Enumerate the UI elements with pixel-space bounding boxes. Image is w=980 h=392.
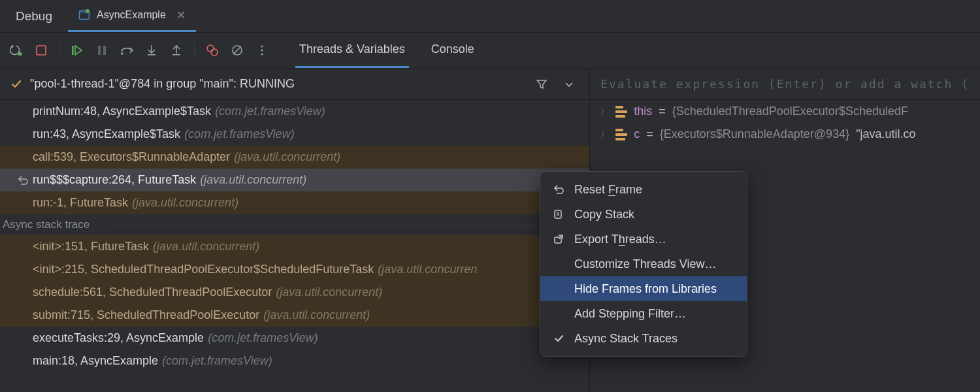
frame-package: (java.util.concurrent) — [200, 173, 306, 187]
svg-line-14 — [233, 46, 241, 54]
svg-rect-4 — [37, 46, 46, 55]
ctx-label: Add Stepping Filter… — [574, 307, 686, 321]
stack-frame[interactable]: <init>:151, FutureTask(java.util.concurr… — [0, 235, 589, 258]
frame-package: (com.jet.framesView) — [184, 127, 295, 141]
ctx-reset-frame[interactable]: Reset Frame — [540, 177, 747, 202]
stack-frame[interactable]: call:539, Executors$RunnableAdapter(java… — [0, 146, 589, 169]
async-section-label: Async stack trace — [0, 214, 589, 235]
svg-rect-7 — [103, 46, 106, 55]
reset-frame-icon — [552, 184, 565, 195]
var-string: "java.util.co — [856, 127, 915, 141]
svg-point-3 — [18, 52, 22, 56]
frame-package: (java.util.concurrent) — [132, 196, 238, 210]
step-out-button[interactable] — [167, 41, 186, 60]
stack-frame[interactable]: executeTasks:29, AsyncExample(com.jet.fr… — [0, 327, 589, 350]
frame-package: (com.jet.framesView) — [208, 331, 318, 345]
stack-frame[interactable]: printNum:48, AsyncExample$Task(com.jet.f… — [0, 100, 589, 123]
ctx-add-stepping-filter[interactable]: Add Stepping Filter… — [540, 301, 747, 326]
frame-package: (java.util.concurrent) — [263, 308, 370, 322]
frame-main: schedule:561, ScheduledThreadPoolExecuto… — [33, 286, 272, 299]
ctx-label: Hide Frames from Libraries — [574, 282, 717, 296]
stack-frame[interactable]: <init>:215, ScheduledThreadPoolExecutor$… — [0, 258, 589, 281]
step-over-button[interactable] — [117, 41, 137, 60]
debug-tabbar: Debug AsyncExample ✕ — [0, 0, 980, 33]
main-area: "pool-1-thread-1"@784 in group "main": R… — [0, 69, 980, 392]
stop-button[interactable] — [31, 41, 51, 60]
frame-package: (com.jet.framesView) — [162, 354, 272, 368]
svg-point-12 — [211, 49, 218, 56]
svg-point-2 — [86, 9, 90, 13]
ctx-customize-view[interactable]: Customize Threads View… — [540, 252, 747, 276]
thread-label: "pool-1-thread-1"@784 in group "main": R… — [30, 77, 295, 91]
mute-breakpoints-button[interactable] — [227, 41, 247, 60]
svg-rect-6 — [98, 46, 101, 55]
ctx-copy-stack[interactable]: Copy Stack — [540, 202, 747, 227]
frame-main: executeTasks:29, AsyncExample — [33, 331, 204, 345]
frame-main: submit:715, ScheduledThreadPoolExecutor — [33, 308, 259, 322]
ctx-export-threads[interactable]: Export Threads… — [540, 227, 747, 252]
panel-title: Debug — [0, 9, 68, 24]
ctx-async-stack-traces[interactable]: Async Stack Traces — [540, 326, 747, 351]
rerun-button[interactable] — [7, 41, 26, 60]
reset-frame-icon — [17, 174, 29, 186]
frame-main: call:539, Executors$RunnableAdapter — [33, 150, 230, 164]
var-name: this — [634, 105, 652, 118]
object-icon — [615, 106, 627, 118]
step-into-button[interactable] — [142, 41, 161, 60]
evaluate-input[interactable]: Evaluate expression (Enter) or add a wat… — [590, 69, 980, 100]
svg-point-16 — [261, 49, 263, 51]
svg-point-8 — [121, 52, 123, 55]
debug-tabs: Threads & Variables Console — [295, 33, 478, 68]
svg-point-15 — [261, 45, 263, 47]
frame-main: <init>:215, ScheduledThreadPoolExecutor$… — [33, 263, 374, 276]
more-icon[interactable] — [252, 41, 272, 60]
variable-row[interactable]: 〉this={ScheduledThreadPoolExecutor$Sched… — [590, 100, 980, 123]
run-config-icon — [78, 9, 90, 21]
export-icon — [552, 233, 565, 245]
ctx-label: Copy Stack — [574, 208, 634, 221]
object-icon — [615, 129, 627, 140]
tab-asyncexample[interactable]: AsyncExample ✕ — [68, 0, 196, 32]
tab-label: AsyncExample — [97, 9, 166, 21]
svg-rect-10 — [172, 54, 180, 56]
check-icon — [10, 78, 22, 90]
var-name: c — [634, 127, 640, 141]
view-breakpoints-button[interactable] — [203, 41, 222, 60]
tab-threads-variables[interactable]: Threads & Variables — [295, 33, 409, 68]
svg-point-11 — [207, 45, 214, 52]
separator — [59, 42, 59, 59]
pause-button[interactable] — [92, 41, 112, 60]
stack-frame[interactable]: main:18, AsyncExample(com.jet.framesView… — [0, 350, 589, 372]
stack-frame[interactable]: submit:715, ScheduledThreadPoolExecutor(… — [0, 304, 589, 327]
stack-frame[interactable]: run:43, AsyncExample$Task(com.jet.frames… — [0, 123, 589, 146]
stack-frame[interactable]: schedule:561, ScheduledThreadPoolExecuto… — [0, 281, 589, 304]
check-icon — [552, 333, 565, 344]
resume-button[interactable] — [67, 41, 87, 60]
svg-rect-18 — [555, 210, 561, 218]
ctx-label: Reset Frame — [574, 183, 642, 197]
close-icon[interactable]: ✕ — [176, 8, 186, 22]
variable-row[interactable]: 〉c={Executors$RunnableAdapter@934} "java… — [590, 123, 980, 146]
chevron-down-icon[interactable] — [559, 74, 579, 94]
frame-main: run:43, AsyncExample$Task — [33, 127, 180, 141]
frames-list[interactable]: printNum:48, AsyncExample$Task(com.jet.f… — [0, 100, 589, 392]
copy-icon — [552, 208, 565, 220]
frame-package: (com.jet.framesView) — [215, 105, 325, 118]
var-value: {ScheduledThreadPoolExecutor$ScheduledF — [672, 105, 908, 118]
stack-frame[interactable]: run:-1, FutureTask(java.util.concurrent) — [0, 191, 589, 214]
frames-panel: "pool-1-thread-1"@784 in group "main": R… — [0, 69, 590, 392]
ctx-label: Async Stack Traces — [574, 332, 678, 346]
frame-package: (java.util.concurrent) — [153, 240, 259, 253]
variables-list[interactable]: 〉this={ScheduledThreadPoolExecutor$Sched… — [590, 100, 980, 146]
tab-console[interactable]: Console — [427, 33, 478, 68]
filter-icon[interactable] — [532, 74, 551, 94]
svg-rect-5 — [72, 46, 74, 55]
chevron-right-icon[interactable]: 〉 — [600, 106, 609, 118]
stack-frame[interactable]: run$$$capture:264, FutureTask(java.util.… — [0, 169, 589, 191]
svg-point-17 — [261, 53, 263, 55]
ctx-hide-library-frames[interactable]: Hide Frames from Libraries — [540, 276, 747, 301]
chevron-right-icon[interactable]: 〉 — [600, 129, 609, 140]
thread-selector[interactable]: "pool-1-thread-1"@784 in group "main": R… — [0, 69, 589, 100]
svg-rect-9 — [148, 54, 155, 56]
frame-package: (java.util.concurrent) — [234, 150, 340, 164]
